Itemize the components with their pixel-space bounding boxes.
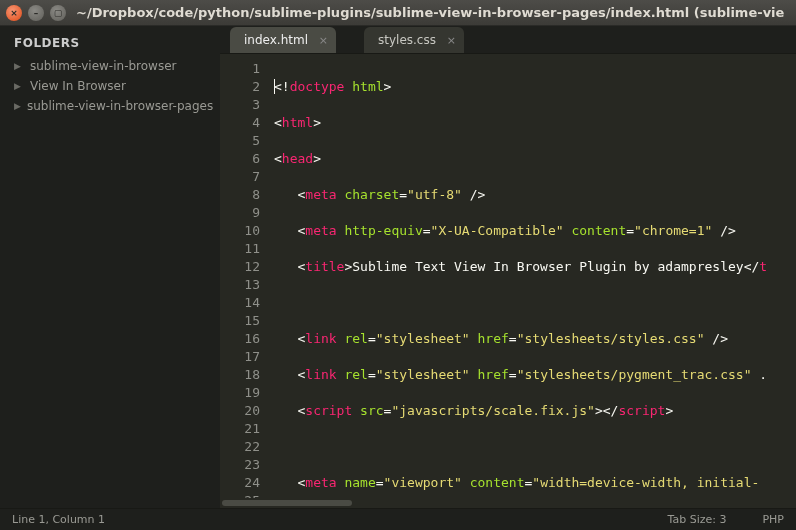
- disclosure-triangle-icon: ▶: [14, 81, 24, 91]
- tab-index-html[interactable]: index.html ×: [230, 27, 336, 53]
- status-bar: Line 1, Column 1 Tab Size: 3 PHP: [0, 508, 796, 530]
- tab-bar: index.html × styles.css ×: [220, 26, 796, 54]
- window-titlebar: × – ▢ ~/Dropbox/code/python/sublime-plug…: [0, 0, 796, 26]
- disclosure-triangle-icon: ▶: [14, 101, 21, 111]
- sidebar-title: FOLDERS: [6, 34, 214, 56]
- tab-label: styles.css: [378, 33, 436, 47]
- status-right: Tab Size: 3 PHP: [668, 513, 784, 526]
- close-icon[interactable]: ×: [319, 34, 328, 47]
- line-gutter: 1 2 3 4 5 6 7 8 9 10 11 12 13 14 15 16 1…: [220, 54, 270, 498]
- status-cursor-pos: Line 1, Column 1: [12, 513, 105, 526]
- code-view[interactable]: 1 2 3 4 5 6 7 8 9 10 11 12 13 14 15 16 1…: [220, 54, 796, 498]
- app-body: FOLDERS ▶ sublime-view-in-browser ▶ View…: [0, 26, 796, 508]
- status-syntax[interactable]: PHP: [762, 513, 784, 526]
- code-content[interactable]: <!doctype html> <html> <head> <meta char…: [270, 54, 796, 498]
- window-maximize-button[interactable]: ▢: [50, 5, 66, 21]
- editor-area: index.html × styles.css × 1 2 3 4 5 6 7 …: [220, 26, 796, 508]
- window-title: ~/Dropbox/code/python/sublime-plugins/su…: [76, 5, 784, 20]
- sidebar-item-label: sublime-view-in-browser-pages: [27, 99, 213, 113]
- sidebar-item-1[interactable]: ▶ View In Browser: [6, 76, 214, 96]
- scrollbar-thumb[interactable]: [222, 500, 352, 506]
- window-close-button[interactable]: ×: [6, 5, 22, 21]
- status-tab-size[interactable]: Tab Size: 3: [668, 513, 727, 526]
- window-controls: × – ▢: [6, 5, 66, 21]
- tab-styles-css[interactable]: styles.css ×: [364, 27, 464, 53]
- sidebar-item-label: View In Browser: [30, 79, 126, 93]
- tab-label: index.html: [244, 33, 308, 47]
- sidebar-item-2[interactable]: ▶ sublime-view-in-browser-pages: [6, 96, 214, 116]
- close-icon[interactable]: ×: [447, 34, 456, 47]
- sidebar-item-0[interactable]: ▶ sublime-view-in-browser: [6, 56, 214, 76]
- disclosure-triangle-icon: ▶: [14, 61, 24, 71]
- sidebar-item-label: sublime-view-in-browser: [30, 59, 176, 73]
- horizontal-scrollbar[interactable]: [220, 498, 796, 508]
- window-minimize-button[interactable]: –: [28, 5, 44, 21]
- sidebar: FOLDERS ▶ sublime-view-in-browser ▶ View…: [0, 26, 220, 508]
